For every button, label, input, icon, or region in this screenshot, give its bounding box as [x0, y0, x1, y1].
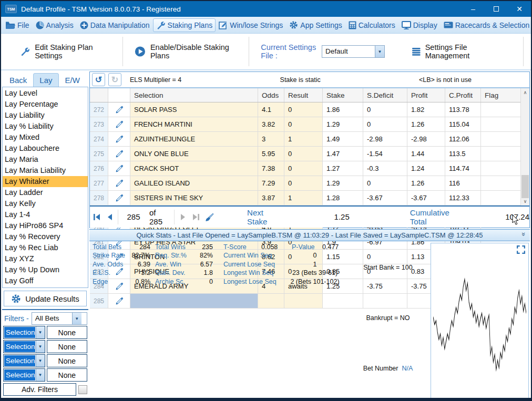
enable-disable-button[interactable]: Enable/Disable Staking Plans: [123, 43, 249, 60]
filter-type-dropdown[interactable]: Selection ▼: [3, 326, 45, 339]
undo-button[interactable]: ↺: [92, 73, 105, 86]
staking-plan-item[interactable]: Lay Kelly: [3, 198, 88, 209]
table-row[interactable]: 277 GALILEO ISLAND 7.29 0 1.29 0 1.26 11…: [90, 176, 520, 191]
next-record-button[interactable]: [176, 213, 189, 221]
filter-value-button[interactable]: None: [47, 326, 87, 339]
col-stake[interactable]: Stake: [323, 88, 363, 102]
brush-button[interactable]: [202, 212, 216, 222]
staking-plan-item[interactable]: Lay Liability: [3, 110, 88, 121]
minimize-button[interactable]: –: [462, 1, 485, 17]
expand-icon[interactable]: [517, 245, 525, 254]
staking-plan-item[interactable]: Lay 1-4: [3, 209, 88, 220]
filter-type-dropdown[interactable]: Selection ▼: [3, 368, 45, 382]
staking-plan-item[interactable]: Lay Maria: [3, 154, 88, 165]
menu-racecards[interactable]: Racecards & Selection Hunter: [441, 19, 532, 32]
vertical-scrollbar[interactable]: ∧ ∨: [520, 88, 529, 205]
cell-result: 0: [284, 161, 323, 176]
pencil-icon: [115, 106, 124, 114]
filter-value-button[interactable]: None: [47, 368, 87, 382]
col-sdeficit[interactable]: S.Deficit: [363, 88, 407, 102]
edit-row-button[interactable]: [108, 161, 130, 176]
col-cprofit[interactable]: C.Profit: [445, 88, 481, 102]
col-flag[interactable]: Flag: [481, 88, 520, 102]
scrollbar-track[interactable]: [521, 97, 529, 197]
pencil-icon: [115, 179, 124, 188]
table-row[interactable]: 276 CRACK SHOT 7.38 0 1.27 -0.3 1.24 114…: [90, 161, 520, 176]
stat-value: 0.8%: [129, 278, 150, 285]
edit-row-button[interactable]: [108, 147, 130, 161]
close-button[interactable]: ✕: [508, 1, 531, 17]
menu-file[interactable]: File: [3, 19, 33, 32]
staking-plan-item[interactable]: Lay Level: [3, 88, 88, 99]
quick-stats-panel: Total Bets284Strike Rate82.7%Ave. Odds6.…: [89, 241, 530, 398]
adv-filters-button[interactable]: Adv. Filters: [3, 383, 76, 396]
col-profit[interactable]: Profit: [407, 88, 445, 102]
edit-staking-plan-button[interactable]: Edit Staking Plan Settings: [8, 43, 122, 60]
tab-lay[interactable]: Lay: [33, 73, 58, 87]
staking-plan-item[interactable]: Lay HiPro86 SP4: [3, 220, 88, 231]
staking-plan-item[interactable]: Lay % Recovery: [3, 231, 88, 242]
update-results-button[interactable]: Update Results: [4, 291, 87, 306]
menu-winlose-strings[interactable]: Win/lose Strings: [216, 19, 286, 32]
tab-back[interactable]: Back: [3, 73, 33, 87]
menu-analysis[interactable]: Analysis: [33, 19, 77, 32]
scroll-down-icon[interactable]: ∨: [521, 197, 529, 205]
staking-plan-item[interactable]: Lay Whitaker: [3, 176, 88, 187]
table-row[interactable]: 278 SISTERS IN THE SKY 3.87 1 1.28 -3.67…: [90, 191, 520, 205]
menu-calculators[interactable]: Calculators: [345, 19, 398, 32]
menu-data-manipulation[interactable]: Data Manipulation: [77, 19, 153, 32]
last-record-button[interactable]: [189, 213, 202, 221]
first-record-icon: [93, 213, 100, 221]
filter-type-value: Selection: [4, 327, 35, 338]
monitor-icon: [402, 21, 411, 29]
staking-plan-item[interactable]: Lay XYZ: [3, 253, 88, 264]
menu-app-settings[interactable]: App Settings: [286, 18, 345, 32]
collapse-chevron-icon[interactable]: »: [520, 232, 528, 235]
staking-plan-item[interactable]: Lay 1 Point: [3, 286, 88, 288]
staking-plan-item[interactable]: Lay Mixed: [3, 132, 88, 143]
edit-row-button[interactable]: [108, 176, 130, 190]
table-row[interactable]: 272 SOLAR PASS 4.1 0 1.86 0 1.82 113.78: [90, 102, 520, 117]
edit-row-button[interactable]: [108, 132, 130, 146]
menu-staking-plans[interactable]: Staking Plans: [153, 18, 216, 32]
staking-plan-item[interactable]: Lay Percentage: [3, 99, 88, 110]
table-row[interactable]: 273 FRENCH MARTINI 3.82 0 1.29 0 1.26 11…: [90, 117, 520, 132]
adv-filters-checkbox[interactable]: [78, 385, 87, 394]
maximize-button[interactable]: [485, 1, 508, 17]
scrollbar-thumb[interactable]: [521, 175, 529, 198]
edit-row-button[interactable]: [108, 102, 130, 117]
staking-plan-item[interactable]: Lay % Rec Liab: [3, 242, 88, 253]
filter-type-dropdown[interactable]: Selection ▼: [3, 340, 45, 353]
staking-plan-item[interactable]: Lay Ladder: [3, 187, 88, 198]
menu-display[interactable]: Display: [398, 19, 441, 32]
filter-value-button[interactable]: None: [47, 340, 87, 353]
app-logo: TSM: [5, 5, 17, 13]
stat-label: Current Win Seq: [223, 252, 285, 259]
staking-plan-item[interactable]: Lay % Up Down: [3, 264, 88, 275]
quick-stats-header[interactable]: Quick Stats - Last File Opened = LaySamp…: [89, 229, 530, 241]
update-results-label: Update Results: [25, 294, 79, 303]
col-result[interactable]: Result: [284, 88, 323, 102]
staking-plan-item[interactable]: Lay % Liability: [3, 121, 88, 132]
staking-plan-item[interactable]: Lay Goff: [3, 275, 88, 286]
filters-dropdown[interactable]: All Bets ▼: [32, 312, 87, 325]
table-row[interactable]: 275 ONLY ONE BLUE 5.95 0 1.47 -1.54 1.44…: [90, 147, 520, 161]
current-record-field[interactable]: 285: [120, 212, 147, 221]
redo-button[interactable]: ↻: [108, 73, 121, 86]
filter-type-dropdown[interactable]: Selection ▼: [3, 354, 45, 367]
settings-file-management-button[interactable]: Settings File Management: [396, 43, 514, 60]
scroll-up-icon[interactable]: ∧: [521, 88, 529, 97]
staking-plan-item[interactable]: Lay Maria Liability: [3, 165, 88, 176]
tab-ew[interactable]: E/W: [59, 73, 86, 87]
col-odds[interactable]: Odds: [258, 88, 284, 102]
filter-value-button[interactable]: None: [47, 354, 87, 367]
first-record-button[interactable]: [90, 213, 103, 221]
table-row[interactable]: 274 AZUINTHEJUNGLE 3 1 1.49 -2.98 -2.98 …: [90, 132, 520, 147]
edit-row-button[interactable]: [108, 117, 130, 131]
col-selection[interactable]: Selection: [130, 88, 258, 102]
edit-row-button[interactable]: [108, 191, 130, 205]
staking-plan-item[interactable]: Lay Labouchere: [3, 143, 88, 154]
settings-file-dropdown[interactable]: Default ▼: [322, 45, 385, 58]
previous-record-button[interactable]: [103, 213, 116, 221]
cell-result: 0: [284, 147, 323, 161]
